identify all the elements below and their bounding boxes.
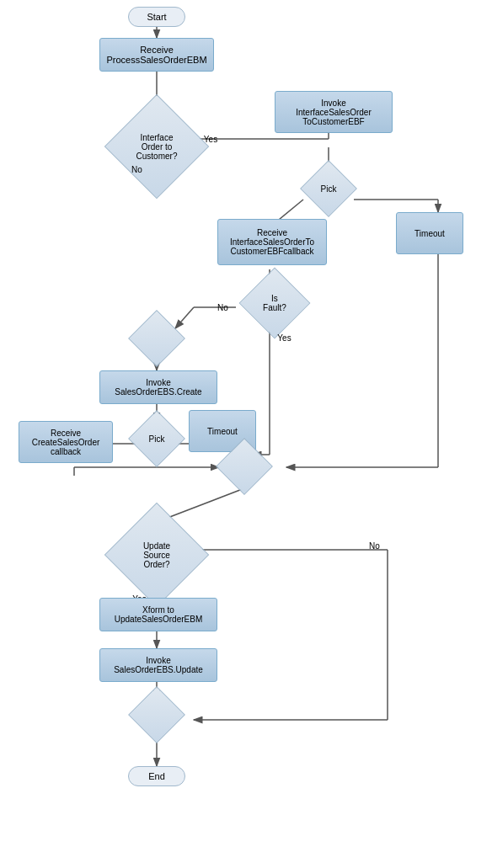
pick2-label: Pick [149, 434, 165, 444]
xform-node: Xform to UpdateSalesOrderEBM [99, 598, 217, 631]
end-label: End [128, 766, 185, 786]
merge2-diamond [224, 446, 265, 487]
pick1-label: Pick [321, 184, 337, 194]
flowchart-diagram: Start Receive ProcessSalesOrderEBM Inter… [0, 0, 492, 868]
xform-label: Xform to UpdateSalesOrderEBM [99, 598, 217, 631]
pick1-diamond: Pick [308, 168, 349, 209]
invoke-sales-label: Invoke SalesOrderEBS.Create [99, 370, 217, 404]
invoke-update-node: Invoke SalesOrderEBS.Update [99, 648, 217, 682]
pick2-diamond: Pick [136, 418, 177, 459]
invoke-interface-label: Invoke InterfaceSalesOrder ToCustomerEBF [275, 91, 393, 133]
timeout1-node: Timeout [396, 212, 463, 254]
receive-interface-cb-node: Receive InterfaceSalesOrderTo CustomerEB… [217, 219, 327, 265]
no1-label: No [126, 162, 147, 176]
receive-process-label: Receive ProcessSalesOrderEBM [99, 38, 214, 72]
invoke-sales-node: Invoke SalesOrderEBS.Create [99, 370, 217, 404]
end-node: End [128, 766, 185, 786]
update-source-label: Update Source Order? [143, 541, 170, 569]
start-node: Start [128, 7, 185, 27]
receive-process-node: Receive ProcessSalesOrderEBM [99, 38, 214, 72]
svg-line-12 [175, 307, 194, 328]
receive-interface-cb-label: Receive InterfaceSalesOrderTo CustomerEB… [217, 219, 327, 265]
interface-order-label: Interface Order to Customer? [136, 133, 178, 161]
no3-label: No [364, 539, 385, 552]
merge1-diamond [136, 318, 177, 359]
is-fault-label: Is Fault? [263, 294, 286, 312]
receive-create-cb-node: Receive CreateSalesOrder callback [19, 421, 113, 463]
invoke-interface-node: Invoke InterfaceSalesOrder ToCustomerEBF [275, 91, 393, 133]
yes2-label: Yes [274, 331, 295, 344]
timeout1-label: Timeout [396, 212, 463, 254]
update-source-diamond: Update Source Order? [120, 518, 194, 592]
is-fault-diamond: Is Fault? [249, 278, 300, 328]
yes1-label: Yes [198, 132, 223, 146]
receive-create-cb-label: Receive CreateSalesOrder callback [19, 421, 113, 463]
no2-label: No [212, 301, 233, 314]
start-label: Start [128, 7, 185, 27]
invoke-update-label: Invoke SalesOrderEBS.Update [99, 648, 217, 682]
end-merge-diamond [136, 695, 177, 735]
